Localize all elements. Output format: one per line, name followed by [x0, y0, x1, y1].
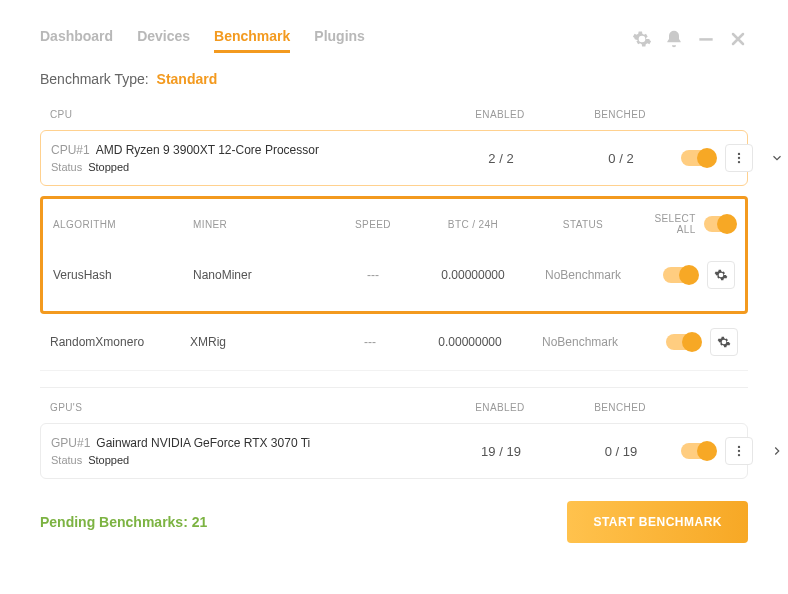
- svg-point-4: [738, 446, 740, 448]
- gpu-header-title: GPU'S: [50, 402, 440, 413]
- cpu-name: AMD Ryzen 9 3900XT 12-Core Processor: [96, 143, 319, 157]
- cpu-benched: 0 / 2: [561, 151, 681, 166]
- minimize-icon[interactable]: [696, 29, 716, 52]
- gpu-card: GPU#1Gainward NVIDIA GeForce RTX 3070 Ti…: [40, 423, 748, 479]
- tab-dashboard[interactable]: Dashboard: [40, 28, 113, 53]
- svg-point-1: [738, 153, 740, 155]
- bell-icon[interactable]: [664, 29, 684, 52]
- gpu-benched: 0 / 19: [561, 444, 681, 459]
- algorithm-highlight: ALGORITHM MINER SPEED BTC / 24H STATUS S…: [40, 196, 748, 314]
- alg-status: NoBenchmark: [528, 268, 638, 282]
- alg-btc: 0.00000000: [415, 335, 525, 349]
- pending-benchmarks: Pending Benchmarks: 21: [40, 514, 207, 530]
- benchmark-type-value[interactable]: Standard: [157, 71, 218, 87]
- alg-settings-button[interactable]: [710, 328, 738, 356]
- tab-benchmark[interactable]: Benchmark: [214, 28, 290, 53]
- cpu-id: CPU#1: [51, 143, 90, 157]
- alg-name: RandomXmonero: [50, 335, 190, 349]
- alg-toggle[interactable]: [663, 267, 697, 283]
- gpu-header-benched: BENCHED: [560, 402, 680, 413]
- cpu-card: CPU#1AMD Ryzen 9 3900XT 12-Core Processo…: [40, 130, 748, 186]
- gpu-menu-button[interactable]: [725, 437, 753, 465]
- gpu-enabled: 19 / 19: [441, 444, 561, 459]
- alg-name: VerusHash: [53, 268, 193, 282]
- alg-toggle[interactable]: [666, 334, 700, 350]
- start-benchmark-button[interactable]: START BENCHMARK: [567, 501, 748, 543]
- cpu-status-label: Status: [51, 161, 82, 173]
- alg-btc: 0.00000000: [418, 268, 528, 282]
- alg-miner: NanoMiner: [193, 268, 328, 282]
- col-speed: SPEED: [328, 219, 418, 230]
- cpu-expand-button[interactable]: [763, 144, 788, 172]
- cpu-header-title: CPU: [50, 109, 440, 120]
- select-all-toggle[interactable]: [704, 216, 735, 232]
- cpu-menu-button[interactable]: [725, 144, 753, 172]
- close-icon[interactable]: [728, 29, 748, 52]
- cpu-enabled: 2 / 2: [441, 151, 561, 166]
- svg-rect-0: [699, 38, 712, 41]
- gpu-toggle[interactable]: [681, 443, 715, 459]
- svg-point-2: [738, 157, 740, 159]
- gpu-header-enabled: ENABLED: [440, 402, 560, 413]
- svg-point-3: [738, 161, 740, 163]
- gpu-id: GPU#1: [51, 436, 90, 450]
- tab-plugins[interactable]: Plugins: [314, 28, 365, 53]
- alg-row: VerusHash NanoMiner --- 0.00000000 NoBen…: [53, 247, 735, 303]
- nav-tabs: Dashboard Devices Benchmark Plugins: [40, 28, 365, 53]
- gpu-status-label: Status: [51, 454, 82, 466]
- col-miner: MINER: [193, 219, 328, 230]
- cpu-header-benched: BENCHED: [560, 109, 680, 120]
- col-algorithm: ALGORITHM: [53, 219, 193, 230]
- cpu-header-enabled: ENABLED: [440, 109, 560, 120]
- benchmark-type-label: Benchmark Type:: [40, 71, 149, 87]
- alg-speed: ---: [328, 268, 418, 282]
- gpu-status: Stopped: [88, 454, 129, 466]
- svg-point-6: [738, 454, 740, 456]
- alg-settings-button[interactable]: [707, 261, 735, 289]
- cpu-toggle[interactable]: [681, 150, 715, 166]
- alg-speed: ---: [325, 335, 415, 349]
- svg-point-5: [738, 450, 740, 452]
- col-select-all: SELECT ALL: [638, 213, 696, 235]
- gpu-expand-button[interactable]: [763, 437, 788, 465]
- gear-icon[interactable]: [632, 29, 652, 52]
- col-btc: BTC / 24H: [418, 219, 528, 230]
- col-status: STATUS: [528, 219, 638, 230]
- alg-miner: XMRig: [190, 335, 325, 349]
- cpu-status: Stopped: [88, 161, 129, 173]
- gpu-name: Gainward NVIDIA GeForce RTX 3070 Ti: [96, 436, 310, 450]
- alg-status: NoBenchmark: [525, 335, 635, 349]
- tab-devices[interactable]: Devices: [137, 28, 190, 53]
- alg-row: RandomXmonero XMRig --- 0.00000000 NoBen…: [40, 314, 748, 371]
